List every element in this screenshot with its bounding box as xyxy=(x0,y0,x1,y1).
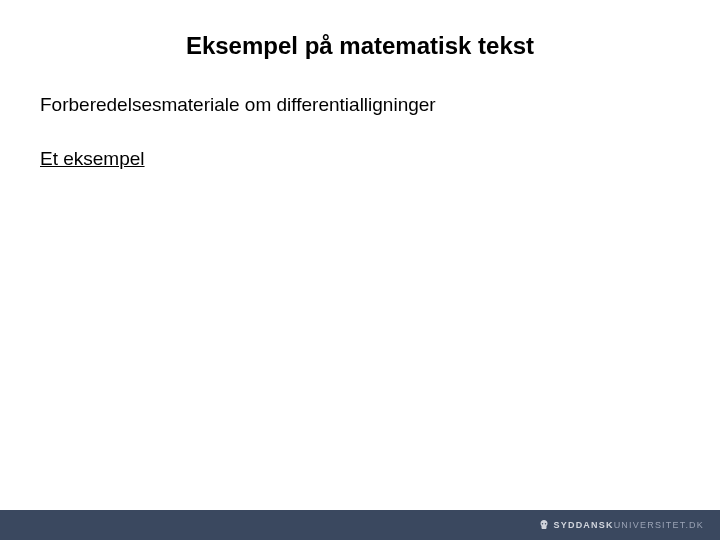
owl-icon xyxy=(538,519,550,531)
slide-title: Eksempel på matematisk tekst xyxy=(110,32,610,60)
footer-brand-light: UNIVERSITET xyxy=(614,520,686,530)
footer-bar: SYDDANSKUNIVERSITET.DK xyxy=(0,510,720,540)
footer-brand-bold: SYDDANSK xyxy=(554,520,614,530)
slide-body-text: Forberedelsesmateriale om differentialli… xyxy=(40,94,680,116)
footer-brand-text: SYDDANSKUNIVERSITET.DK xyxy=(554,520,704,530)
example-link[interactable]: Et eksempel xyxy=(40,148,145,170)
slide-container: Eksempel på matematisk tekst Forberedels… xyxy=(0,0,720,540)
footer-logo: SYDDANSKUNIVERSITET.DK xyxy=(538,519,704,531)
footer-brand-suffix: .DK xyxy=(685,520,704,530)
